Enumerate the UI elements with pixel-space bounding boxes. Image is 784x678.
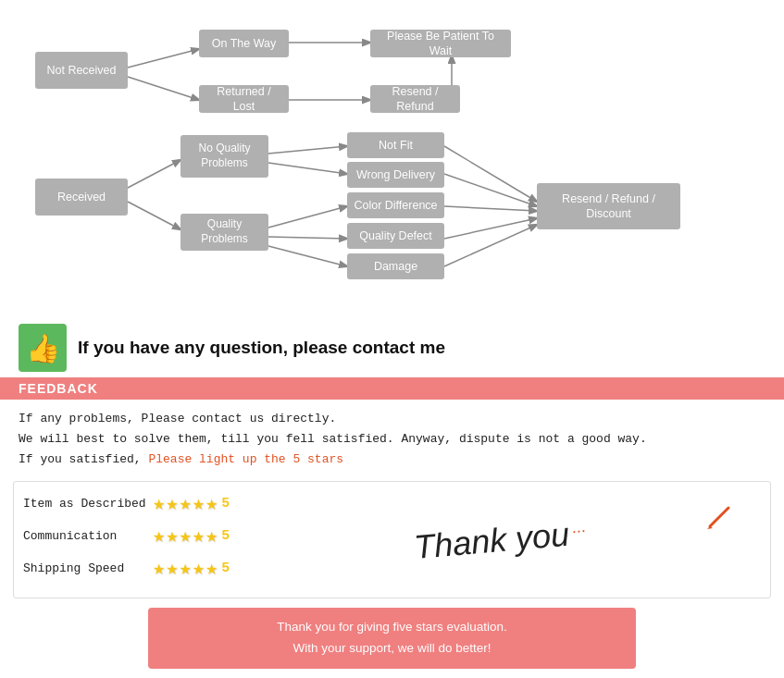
star3: ★ xyxy=(180,524,192,549)
svg-line-7 xyxy=(268,146,347,154)
star2: ★ xyxy=(166,556,178,581)
svg-line-10 xyxy=(268,237,347,239)
rating-label-shipping: Shipping Speed xyxy=(23,561,153,575)
svg-line-0 xyxy=(128,49,199,68)
rating-row-shipping: Shipping Speed ★ ★ ★ ★ ★ 5 xyxy=(23,556,230,581)
flowchart-container: Not Received Received On The Way Returne… xyxy=(19,17,765,303)
rating-num-communication: 5 xyxy=(221,528,230,544)
box-quality-defect: Quality Defect xyxy=(347,223,444,249)
star5: ★ xyxy=(205,556,218,581)
svg-line-1 xyxy=(128,77,199,100)
feedback-line1: If any problems, Please contact us direc… xyxy=(19,409,765,429)
box-please-be-patient: Please Be Patient To Wait xyxy=(370,30,511,57)
box-not-received: Not Received xyxy=(35,52,128,89)
thankyou-area: Thank you... xyxy=(248,494,752,586)
rating-row-communication: Communication ★ ★ ★ ★ ★ 5 xyxy=(23,524,230,549)
box-quality-problems: Quality Problems xyxy=(180,214,268,251)
thankyou-banner-line1: Thank you for giving five stars evaluati… xyxy=(167,617,617,638)
feedback-line2: We will best to solve them, till you fel… xyxy=(19,429,765,450)
box-resend-refund-discount: Resend / Refund / Discount xyxy=(537,183,680,229)
stars-item-described: ★ ★ ★ ★ ★ xyxy=(153,491,218,516)
feedback-line3-normal: If you satisfied, xyxy=(19,452,142,466)
star1: ★ xyxy=(153,524,165,549)
stars-shipping: ★ ★ ★ ★ ★ xyxy=(153,556,218,581)
svg-line-14 xyxy=(444,206,537,211)
stars-communication: ★ ★ ★ ★ ★ xyxy=(153,524,218,549)
thumbs-up-icon: 👍 xyxy=(19,324,67,372)
svg-marker-18 xyxy=(707,526,713,529)
star4: ★ xyxy=(193,491,205,516)
star5: ★ xyxy=(205,524,218,549)
svg-line-13 xyxy=(444,174,537,206)
contact-text: If you have any question, please contact… xyxy=(78,338,445,358)
svg-line-11 xyxy=(268,246,347,266)
thankyou-dots: ... xyxy=(571,517,587,536)
star4: ★ xyxy=(193,556,205,581)
ratings-table: Item as Described ★ ★ ★ ★ ★ 5 Communicat… xyxy=(23,491,230,588)
rating-num-shipping: 5 xyxy=(221,561,230,576)
box-color-difference: Color Difference xyxy=(347,192,444,218)
svg-line-15 xyxy=(444,218,537,239)
box-no-quality: No Quality Problems xyxy=(180,135,268,178)
feedback-label: FEEDBACK xyxy=(19,381,98,396)
box-received: Received xyxy=(35,179,128,216)
svg-line-9 xyxy=(268,206,347,228)
svg-line-16 xyxy=(444,225,537,266)
thankyou-banner-line2: With your support, we will do better! xyxy=(167,638,617,660)
thankyou-banner: Thank you for giving five stars evaluati… xyxy=(148,608,636,669)
rating-row-item-described: Item as Described ★ ★ ★ ★ ★ 5 xyxy=(23,491,230,516)
rating-num-item-described: 5 xyxy=(221,496,230,512)
box-not-fit: Not Fit xyxy=(347,132,444,158)
box-returned-lost: Returned / Lost xyxy=(199,85,289,113)
box-damage: Damage xyxy=(347,253,444,279)
thankyou-text: Thank you xyxy=(412,514,570,565)
feedback-body: If any problems, Please contact us direc… xyxy=(0,400,784,475)
star3: ★ xyxy=(180,491,192,516)
box-wrong-delivery: Wrong Delivery xyxy=(347,162,444,188)
ratings-section: Item as Described ★ ★ ★ ★ ★ 5 Communicat… xyxy=(13,481,771,598)
svg-line-17 xyxy=(710,508,728,526)
star1: ★ xyxy=(153,556,165,581)
star2: ★ xyxy=(166,524,178,549)
thankyou-script: Thank you... xyxy=(412,513,588,567)
svg-line-8 xyxy=(268,163,347,174)
feedback-line3-highlight: Please light up the 5 stars xyxy=(148,452,343,466)
star2: ★ xyxy=(166,491,178,516)
box-resend-refund: Resend / Refund xyxy=(370,85,460,113)
contact-banner: 👍 If you have any question, please conta… xyxy=(0,318,784,377)
feedback-line3: If you satisfied, Please light up the 5 … xyxy=(19,450,765,470)
feedback-header: FEEDBACK xyxy=(0,377,784,400)
svg-line-6 xyxy=(128,202,180,229)
svg-line-12 xyxy=(444,146,537,202)
flowchart-section: Not Received Received On The Way Returne… xyxy=(0,0,784,313)
pen-icon xyxy=(705,503,733,531)
rating-label-item-described: Item as Described xyxy=(23,497,153,511)
star1: ★ xyxy=(153,491,165,516)
rating-label-communication: Communication xyxy=(23,529,153,543)
star3: ★ xyxy=(180,556,192,581)
star4: ★ xyxy=(193,524,205,549)
star5: ★ xyxy=(205,491,218,516)
svg-line-5 xyxy=(128,160,180,188)
box-on-the-way: On The Way xyxy=(199,30,289,57)
